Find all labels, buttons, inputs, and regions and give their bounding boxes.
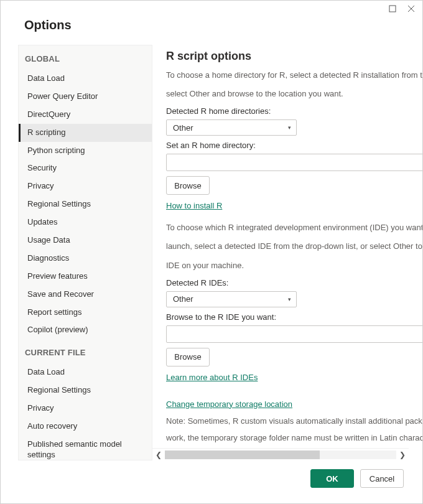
- browse-home-button[interactable]: Browse: [166, 176, 210, 195]
- detected-ide-select[interactable]: Other ▾: [166, 291, 297, 307]
- cancel-button[interactable]: Cancel: [360, 469, 404, 488]
- ide-intro-text: To choose which R integrated development…: [166, 222, 422, 234]
- maximize-icon[interactable]: [389, 5, 396, 12]
- learn-ide-link[interactable]: Learn more about R IDEs: [166, 373, 258, 382]
- scroll-left-arrow[interactable]: ❮: [152, 449, 165, 461]
- sidebar-item[interactable]: Updates: [19, 213, 152, 231]
- ide-intro-text: launch, select a detected IDE from the d…: [166, 240, 422, 253]
- content-pane: R script options To choose a home direct…: [152, 45, 422, 460]
- horizontal-scrollbar[interactable]: ❮ ❯: [152, 448, 409, 460]
- sidebar-item[interactable]: R scripting: [19, 124, 152, 142]
- sidebar-item[interactable]: Usage Data: [19, 231, 152, 250]
- intro-text: To choose a home directory for R, select…: [166, 69, 422, 82]
- intro-text: select Other and browse to the location …: [166, 88, 422, 100]
- how-to-install-link[interactable]: How to install R: [166, 201, 222, 210]
- note-text: Note: Sometimes, R custom visuals automa…: [166, 415, 422, 428]
- chevron-down-icon: ▾: [288, 124, 291, 131]
- content-heading: R script options: [166, 50, 422, 63]
- ide-intro-text: IDE on your machine.: [166, 259, 422, 272]
- browse-ide-button[interactable]: Browse: [166, 348, 210, 366]
- sidebar-item[interactable]: Privacy: [19, 399, 152, 418]
- sidebar-item[interactable]: Save and Recover: [19, 286, 152, 304]
- sidebar-item[interactable]: Copilot (preview): [19, 321, 152, 339]
- sidebar-item[interactable]: Preview features: [19, 268, 152, 286]
- browse-ide-input[interactable]: [166, 325, 422, 343]
- close-icon[interactable]: [407, 5, 415, 12]
- detected-ide-label: Detected R IDEs:: [166, 278, 422, 287]
- detected-home-label: Detected R home directories:: [166, 106, 422, 116]
- sidebar-section-header: CURRENT FILE: [19, 339, 152, 363]
- scroll-track[interactable]: [165, 450, 396, 459]
- sidebar-item[interactable]: Security: [19, 159, 152, 177]
- sidebar-item[interactable]: Power Query Editor: [19, 88, 152, 106]
- set-home-label: Set an R home directory:: [166, 141, 422, 150]
- sidebar-item[interactable]: Regional Settings: [19, 195, 152, 213]
- chevron-down-icon: ▾: [288, 296, 291, 302]
- sidebar: GLOBALData LoadPower Query EditorDirectQ…: [18, 45, 152, 460]
- sidebar-item[interactable]: Report settings: [19, 304, 152, 322]
- sidebar-item[interactable]: Data Load: [19, 70, 152, 88]
- sidebar-item[interactable]: DirectQuery: [19, 106, 152, 124]
- sidebar-item[interactable]: Data Load: [19, 363, 152, 381]
- sidebar-item[interactable]: Auto recovery: [19, 418, 152, 436]
- note-text: work, the temporary storage folder name …: [166, 432, 422, 445]
- detected-home-select[interactable]: Other ▾: [166, 119, 297, 136]
- detected-ide-value: Other: [173, 294, 193, 304]
- sidebar-section-header: GLOBAL: [19, 45, 152, 70]
- sidebar-item[interactable]: Privacy: [19, 177, 152, 195]
- svg-rect-0: [389, 6, 396, 12]
- page-title: Options: [24, 18, 404, 32]
- sidebar-item[interactable]: Python scripting: [19, 142, 152, 160]
- sidebar-item[interactable]: Published semantic model settings: [19, 436, 152, 460]
- set-home-input[interactable]: [166, 154, 422, 171]
- sidebar-item[interactable]: Regional Settings: [19, 381, 152, 399]
- detected-home-value: Other: [173, 123, 193, 133]
- scroll-right-arrow[interactable]: ❯: [396, 449, 409, 461]
- scroll-thumb[interactable]: [165, 450, 320, 459]
- browse-ide-label: Browse to the R IDE you want:: [166, 312, 422, 322]
- ok-button[interactable]: OK: [310, 469, 354, 488]
- sidebar-item[interactable]: Diagnostics: [19, 250, 152, 268]
- change-temp-storage-link[interactable]: Change temporary storage location: [166, 399, 292, 409]
